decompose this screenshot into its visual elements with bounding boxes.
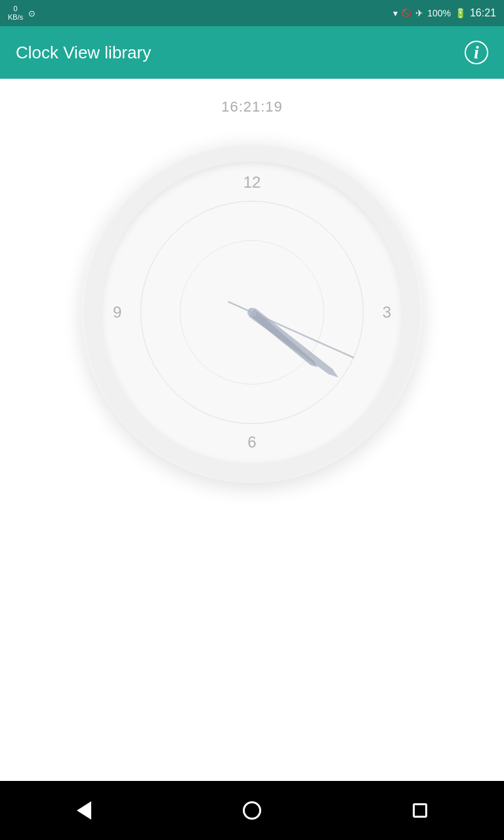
airplane-icon: ✈ [415, 8, 423, 18]
back-button[interactable] [64, 791, 104, 830]
home-button[interactable] [232, 791, 272, 830]
toolbar: Clock View library i [0, 26, 504, 79]
battery-icon: 🔋 [455, 8, 466, 18]
main-content: 16:21:19 12 3 6 9 [0, 79, 504, 781]
clock-outer: 12 3 6 9 [81, 142, 423, 483]
recent-button[interactable] [400, 791, 440, 830]
app-title: Clock View library [16, 43, 151, 63]
battery-percent: 100% [427, 8, 451, 18]
clock-time: 16:21 [470, 7, 496, 19]
svg-line-2 [228, 302, 354, 358]
status-bar: 0 KB/s ⊙ ▾ 🚫 ✈ 100% 🔋 16:21 [0, 0, 504, 26]
clock-hands-svg [101, 161, 403, 463]
time-display: 16:21:19 [221, 98, 283, 116]
back-icon [77, 801, 91, 820]
recent-icon [413, 803, 427, 818]
svg-point-3 [247, 308, 257, 317]
status-left: 0 KB/s ⊙ [8, 5, 35, 22]
svg-marker-1 [249, 308, 341, 382]
info-button[interactable]: i [465, 41, 488, 64]
clock-face: 12 3 6 9 [101, 161, 403, 463]
status-right: ▾ 🚫 ✈ 100% 🔋 16:21 [393, 7, 496, 19]
wifi-icon: ▾ [393, 8, 398, 18]
home-icon [243, 801, 261, 820]
nav-bar [0, 781, 504, 840]
kb-indicator: 0 KB/s [8, 5, 23, 22]
signal-icon: 🚫 [402, 9, 411, 18]
data-icon: ⊙ [28, 9, 35, 18]
